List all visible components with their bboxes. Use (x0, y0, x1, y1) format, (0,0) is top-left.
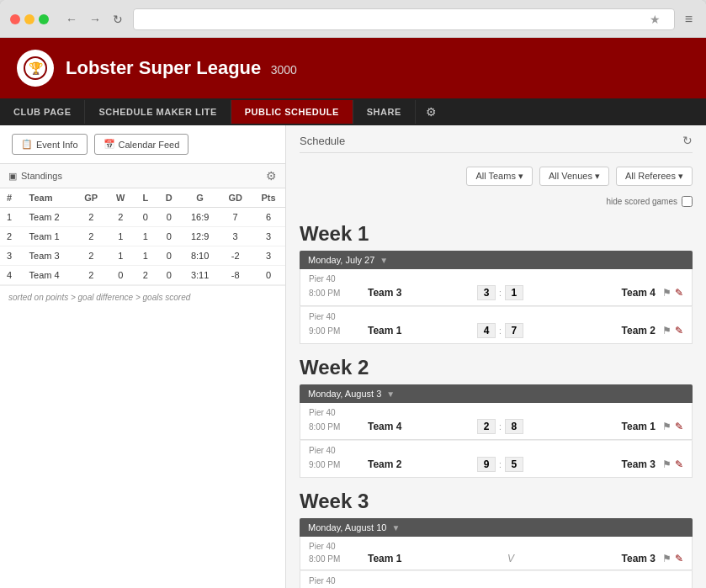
cell-team: Team 1 (23, 227, 76, 246)
cell-d: 0 (157, 208, 181, 227)
game-home-team: Team 1 (368, 325, 477, 336)
game-home-team: Team 3 (368, 287, 477, 299)
day-header[interactable]: Monday, July 27▼ (300, 251, 693, 269)
cell-pts: 3 (252, 227, 285, 246)
game-edit-icon[interactable]: ✎ (675, 325, 683, 336)
back-btn[interactable]: ← (62, 11, 81, 28)
game-away-team: Team 3 (544, 553, 656, 564)
score-separator: : (499, 289, 502, 298)
cell-gp: 2 (75, 246, 107, 266)
gear-tab-icon[interactable]: ⚙ (416, 98, 447, 125)
table-row: 3 Team 3 2 1 1 0 8:10 -2 3 (0, 246, 285, 266)
close-window-btn[interactable] (10, 14, 20, 24)
filter-venues-btn[interactable]: All Venues ▾ (539, 167, 609, 186)
hide-scored-checkbox[interactable] (682, 196, 693, 207)
home-score: 2 (477, 419, 496, 434)
cell-rank: 2 (0, 227, 23, 246)
calendar-small-icon: 📋 (21, 139, 33, 150)
hide-scored-row: hide scored games (300, 193, 693, 210)
home-score: 4 (477, 323, 496, 338)
game-venue: Pier 40 (309, 408, 683, 417)
game-time: 9:00 PM (309, 326, 368, 336)
nav-tabs: Club Page Schedule Maker Lite Public Sch… (0, 98, 706, 125)
day-header[interactable]: Monday, August 10▼ (300, 518, 693, 537)
day-expand-icon[interactable]: ▼ (391, 523, 400, 532)
browser-nav: ← → ↻ (62, 11, 126, 28)
game-time: 9:00 PM (309, 460, 368, 469)
day-expand-icon[interactable]: ▼ (386, 389, 395, 399)
app-title-group: Lobster Super League 3000 (66, 57, 297, 79)
standings-tbody: 1 Team 2 2 2 0 0 16:9 7 6 2 Team 1 2 1 1… (0, 208, 285, 285)
game-flag-icon[interactable]: ⚑ (662, 458, 671, 470)
cell-w: 1 (107, 227, 134, 246)
right-panel[interactable]: Schedule ↻ All Teams ▾ All Venues ▾ All … (286, 125, 706, 588)
cell-gd: -2 (219, 246, 252, 266)
cell-d: 0 (157, 246, 181, 266)
maximize-window-btn[interactable] (39, 14, 49, 24)
game-venue: Pier 40 (309, 576, 683, 585)
panel-toolbar: 📋 Event Info 📅 Calendar Feed (0, 125, 285, 164)
cell-g: 8:10 (181, 246, 219, 266)
game-edit-icon[interactable]: ✎ (675, 553, 683, 564)
schedule-refresh-btn[interactable]: ↻ (682, 134, 693, 147)
standings-header: ▣ Standings ⚙ (0, 164, 285, 188)
schedule-label: Schedule (300, 135, 345, 147)
tab-club-page[interactable]: Club Page (0, 100, 85, 124)
game-row: Pier 40 8:00 PM Team 4 2 : 8 Team 1 ⚑ ✎ (300, 403, 693, 440)
tab-share[interactable]: Share (353, 100, 416, 124)
col-team: Team (23, 188, 76, 208)
main-content: 📋 Event Info 📅 Calendar Feed ▣ Standings… (0, 125, 706, 588)
game-row: Pier 40 8:00 PM Team 1 V Team 3 ⚑ ✎ (300, 537, 693, 570)
app-title: Lobster Super League (66, 57, 261, 78)
col-g: G (181, 188, 219, 208)
day-label: Monday, August 10 (308, 522, 386, 532)
tab-public-schedule[interactable]: Public Schedule (231, 100, 353, 124)
game-actions: ⚑ ✎ (662, 458, 683, 470)
schedule-header: Schedule ↻ (300, 125, 693, 153)
browser-menu-btn[interactable]: ≡ (682, 10, 696, 29)
minimize-window-btn[interactable] (24, 14, 35, 24)
game-home-team: Team 2 (368, 458, 477, 470)
game-edit-icon[interactable]: ✎ (675, 287, 683, 299)
cell-g: 3:11 (181, 266, 219, 285)
calendar-icon: 📅 (104, 139, 115, 150)
url-bar[interactable]: ★ (133, 8, 675, 30)
browser-window: ← → ↻ ★ ≡ 🏆 Lobster Super League 3000 Cl… (0, 0, 706, 588)
game-row: Pier 40 9:00 PM Team 2 9 : 5 Team 3 ⚑ ✎ (300, 440, 693, 478)
cell-gp: 2 (75, 266, 107, 285)
app-subtitle: 3000 (271, 63, 297, 77)
browser-refresh-btn[interactable]: ↻ (109, 11, 126, 28)
standings-thead: # Team GP W L D G GD Pts (0, 188, 285, 208)
filter-teams-btn[interactable]: All Teams ▾ (466, 167, 533, 186)
cell-w: 1 (107, 246, 134, 266)
day-expand-icon[interactable]: ▼ (380, 256, 388, 265)
left-panel: 📋 Event Info 📅 Calendar Feed ▣ Standings… (0, 125, 286, 588)
standings-settings-icon[interactable]: ⚙ (266, 169, 277, 183)
game-venue: Pier 40 (309, 446, 683, 455)
game-flag-icon[interactable]: ⚑ (662, 553, 671, 564)
calendar-feed-btn[interactable]: 📅 Calendar Feed (94, 134, 189, 155)
svg-text:🏆: 🏆 (29, 61, 44, 76)
game-flag-icon[interactable]: ⚑ (662, 325, 671, 336)
tab-schedule-maker[interactable]: Schedule Maker Lite (85, 100, 231, 124)
game-time: 8:00 PM (309, 289, 368, 298)
bookmark-icon[interactable]: ★ (650, 13, 661, 26)
game-edit-icon[interactable]: ✎ (675, 458, 683, 470)
game-info: 9:00 PM Team 1 4 : 7 Team 2 ⚑ ✎ (309, 323, 683, 338)
game-flag-icon[interactable]: ⚑ (662, 287, 671, 299)
forward-btn[interactable]: → (86, 11, 104, 28)
game-flag-icon[interactable]: ⚑ (662, 421, 671, 432)
table-row: 2 Team 1 2 1 1 0 12:9 3 3 (0, 227, 285, 246)
game-info: 8:00 PM Team 1 V Team 3 ⚑ ✎ (309, 553, 683, 564)
game-time: 8:00 PM (309, 422, 368, 432)
game-edit-icon[interactable]: ✎ (675, 421, 683, 432)
table-row: 1 Team 2 2 2 0 0 16:9 7 6 (0, 208, 285, 227)
schedule-weeks: Week 1Monday, July 27▼ Pier 40 8:00 PM T… (300, 222, 693, 588)
cell-pts: 6 (252, 208, 285, 227)
hide-scored-label: hide scored games (607, 197, 678, 206)
cell-d: 0 (157, 266, 181, 285)
filter-referees-btn[interactable]: All Referees ▾ (616, 167, 693, 186)
event-info-btn[interactable]: 📋 Event Info (12, 134, 88, 155)
day-header[interactable]: Monday, August 3▼ (300, 384, 693, 403)
away-score: 7 (505, 323, 523, 338)
